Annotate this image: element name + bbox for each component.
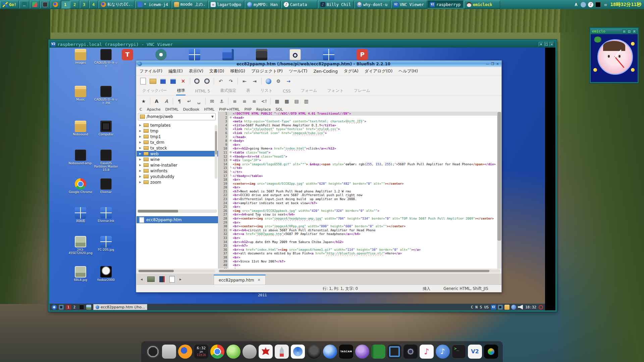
tab-フレーム[interactable]: フレーム	[353, 86, 371, 96]
tree-scrollbar[interactable]	[215, 125, 217, 179]
lang-tab-PHP+HTML[interactable]: PHP+HTML	[219, 107, 239, 112]
taskbar-task[interactable]: myMPD: Han...	[245, 1, 281, 8]
undo-button[interactable]: ↶	[217, 77, 225, 85]
tab-クイックバー[interactable]: クイックバー	[142, 86, 167, 96]
bold-button[interactable]: A	[153, 97, 161, 105]
menu-ヘルプ(H)[interactable]: ヘルプ(H)	[398, 68, 418, 74]
code-line[interactable]: 37<br>all documents are edited by Blue F…	[218, 251, 497, 255]
remote-workspace-1[interactable]: 1	[66, 305, 71, 310]
input-method-a-icon[interactable]	[573, 2, 579, 7]
tab-close-icon[interactable]: ✕	[258, 278, 261, 282]
code-line[interactable]: 39<br>Since 11st Nov 2007</h7>	[218, 259, 497, 263]
code-line[interactable]: 17└</tbody></table>	[218, 174, 497, 178]
image-viewer-icon[interactable]	[86, 305, 91, 310]
code-line[interactable]: 40<br>	[218, 263, 497, 267]
fold-marker[interactable]: └	[228, 174, 233, 178]
dock-dark-knob[interactable]	[307, 345, 321, 359]
tab-フォーム[interactable]: フォーム	[300, 86, 318, 96]
tablet-icon[interactable]	[581, 2, 586, 7]
menu-文書(D)[interactable]: 文書(D)	[209, 68, 224, 74]
tree-item-tx_drm[interactable]: ▶tx_drm	[137, 139, 218, 145]
refresh-icon[interactable]	[52, 305, 57, 310]
code-line[interactable]: 14<img src="images4/logo6550.gif" alt="*…	[218, 162, 497, 166]
quickstart-button[interactable]: ★	[140, 97, 148, 105]
close-button[interactable]: ×	[179, 77, 187, 85]
fold-marker[interactable]: └	[228, 166, 233, 170]
dock-camera[interactable]	[404, 345, 418, 359]
emiclock-shade-button[interactable]: ▫	[622, 29, 626, 34]
menu-ツール(T)[interactable]: ツール(T)	[289, 68, 307, 74]
dock-purple-orb[interactable]	[355, 345, 369, 359]
taskbar-task[interactable]: why-dont-u...	[355, 1, 390, 8]
tab-HTML 5[interactable]: HTML 5	[194, 87, 211, 96]
music-player-icon[interactable]	[588, 2, 593, 7]
vnc-maximize-button[interactable]: □	[544, 42, 549, 47]
terminal-icon[interactable]	[79, 305, 84, 310]
desktop-icon[interactable]: Nobsound	[68, 121, 93, 136]
tree-item-zoom[interactable]: ▶zoom	[137, 179, 218, 185]
code-line[interactable]: 31⊟<br><h4>circuit is above 5687 Push Pu…	[218, 228, 497, 232]
tab-フォント[interactable]: フォント	[327, 86, 344, 96]
desktop-icon[interactable]: 回路図	[68, 207, 93, 223]
indent-button[interactable]: ⇥	[251, 77, 259, 85]
expander-icon[interactable]: ▶	[139, 146, 142, 149]
prefs-button[interactable]: ⚙	[274, 77, 282, 85]
code-line[interactable]: 4<title>5687 PushPull Head Phone Amplifi…	[218, 123, 497, 127]
tree-horizontal-scrollbar[interactable]	[137, 209, 217, 213]
redo-button[interactable]: ↷	[227, 77, 235, 85]
launcher-show-desktop[interactable]	[19, 1, 29, 8]
horizontal-scrollbars[interactable]	[137, 268, 501, 274]
code-line[interactable]: 25<br>	[218, 205, 497, 209]
code-line[interactable]: 11⊟<table class="head">	[218, 150, 497, 155]
desktop-icon[interactable]	[216, 49, 240, 61]
filebrowser-button[interactable]	[147, 277, 155, 282]
fold-marker[interactable]: ⊟	[228, 116, 233, 120]
save-as-button[interactable]	[169, 77, 177, 85]
network-icon[interactable]	[511, 305, 516, 310]
dock-blue-swirl[interactable]	[291, 345, 305, 359]
launcher-window-layers[interactable]	[30, 1, 40, 8]
browser-preview-button[interactable]	[264, 77, 272, 85]
code-line[interactable]: 34<br><h12>up date 6th May 2009 from Sak…	[218, 240, 497, 244]
desktop-icon[interactable]: CADLUS サ-キット.lnk	[94, 86, 118, 105]
desktop-icon[interactable]	[115, 49, 140, 61]
code-line[interactable]: 16└</tr>	[218, 170, 497, 174]
new-button[interactable]	[139, 77, 147, 85]
display-icon[interactable]	[59, 305, 64, 310]
tree-item-wine-installer[interactable]: ▶wine-installer	[137, 162, 218, 168]
taskbar-task[interactable]: lagarto@po...	[208, 1, 244, 8]
code-editor[interactable]: 1<!DOCTYPE HTML PUBLIC "-//W3C//DTD HTML…	[218, 112, 501, 268]
vnc-icon[interactable]	[491, 305, 496, 310]
file-item-ecc82ppamp.htm[interactable]: ecc82ppamp.htm	[137, 216, 218, 223]
remote-task-button[interactable]: ecc82ppamp.htm (/ho...	[93, 304, 147, 310]
power-icon[interactable]	[539, 305, 543, 309]
fold-marker[interactable]: ⊟	[228, 155, 233, 159]
taskbar-task[interactable]: Billy Chil...	[318, 1, 354, 8]
lang-tab-Apache[interactable]: Apache	[147, 107, 161, 112]
expander-icon[interactable]: ▶	[139, 129, 142, 132]
desktop-icon[interactable]: Music	[68, 86, 93, 101]
tab-表[interactable]: 表	[246, 86, 251, 96]
code-line[interactable]: 38<br>	[218, 255, 497, 259]
tab-標準[interactable]: 標準	[176, 86, 185, 96]
dock-gray-mouse[interactable]	[243, 345, 257, 359]
code-line[interactable]: 29<br>	[218, 221, 497, 225]
comment-button[interactable]: <!	[260, 97, 268, 105]
bluefish-close-button[interactable]: ×	[495, 62, 500, 66]
code-line[interactable]: 18<br>	[218, 178, 497, 182]
expander-icon[interactable]: ▶	[139, 135, 142, 138]
taskbar-task[interactable]: moode 上の...	[172, 1, 208, 8]
expander-icon[interactable]: ▶	[139, 141, 142, 144]
lang-tab-HTML[interactable]: HTML	[204, 107, 214, 112]
tab-書式指定[interactable]: 書式指定	[219, 86, 237, 96]
image-button[interactable]: ▩	[283, 97, 291, 105]
code-line[interactable]: 5<link rel="stylesheet" type="text/css" …	[218, 127, 497, 131]
dock-rocket[interactable]	[275, 345, 289, 359]
code-line[interactable]: 27<br><h4>and Top view is next</h4>	[218, 213, 497, 217]
bluefish-titlebar[interactable]: ecc82ppamp.htm (/home/pi/web/ecc82ppamp.…	[136, 61, 501, 67]
taskbar-task[interactable]: 私なりのIC...	[99, 1, 135, 8]
code-line[interactable]: 22<br>ECC83 drive and output are 5687 .D…	[218, 193, 497, 197]
tree-item-winfonts[interactable]: ▶winfonts	[137, 168, 218, 174]
unindent-button[interactable]: ⇤	[240, 77, 249, 85]
menu-プロジェクト(P)[interactable]: プロジェクト(P)	[251, 68, 283, 74]
